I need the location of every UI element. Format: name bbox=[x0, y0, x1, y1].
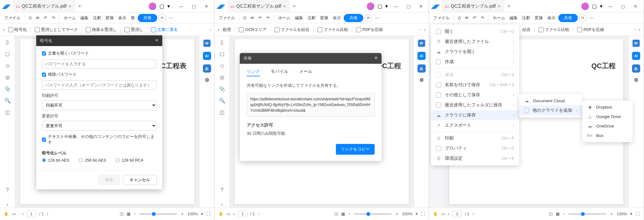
add-tab-button[interactable]: ＋ bbox=[75, 3, 84, 9]
page-number[interactable]: 1 bbox=[456, 211, 458, 216]
hand-tool-icon[interactable]: ✋ bbox=[433, 211, 438, 216]
close-window-button[interactable]: ✕ bbox=[631, 4, 640, 9]
fit-width-icon[interactable]: ◫ bbox=[120, 211, 124, 216]
print-icon[interactable]: ⎙ bbox=[242, 15, 248, 20]
encrypt-cancel-button[interactable]: キャンセル bbox=[123, 175, 157, 185]
ocr-area-button[interactable]: OCRエリア bbox=[237, 27, 268, 33]
maximize-button[interactable]: ▢ bbox=[404, 4, 413, 9]
encrypt-save-button[interactable]: 保存 bbox=[98, 175, 120, 185]
mail-icon[interactable]: ✉ bbox=[463, 15, 470, 20]
zoom-in-icon[interactable]: ＋ bbox=[180, 211, 184, 217]
properties-icon[interactable]: ◫ bbox=[220, 109, 224, 115]
enc-256aes-radio[interactable] bbox=[79, 158, 83, 162]
compare-button[interactable]: ファイル比較 bbox=[315, 27, 350, 33]
zoom-slider[interactable] bbox=[354, 213, 392, 215]
fit-page-icon[interactable]: ▦ bbox=[127, 211, 130, 216]
stamp-icon[interactable]: ◎ bbox=[5, 74, 10, 80]
page-number[interactable]: 1 bbox=[30, 211, 32, 216]
chevron-right-icon[interactable]: › bbox=[210, 27, 211, 32]
menu-dropbox[interactable]: ◆Dropbox bbox=[582, 102, 633, 112]
redo-icon[interactable]: ↷ bbox=[265, 15, 271, 20]
hand-tool-icon[interactable]: ✋ bbox=[218, 211, 223, 216]
menu-cloud-open[interactable]: ☁クラウドを開く› bbox=[431, 47, 519, 57]
menu-open[interactable]: 開くCtrl + O bbox=[431, 27, 519, 37]
menu-create[interactable]: 作成› bbox=[431, 57, 519, 67]
print-perm-select[interactable]: 印刷不可 bbox=[42, 100, 157, 110]
select-tool-icon[interactable]: ▭ bbox=[227, 211, 230, 216]
close-tab-icon[interactable]: ✕ bbox=[68, 4, 72, 9]
compress-button[interactable]: PDFを圧縮 bbox=[354, 27, 385, 33]
minimize-button[interactable]: — bbox=[176, 4, 186, 9]
translate-badge[interactable]: あ bbox=[417, 64, 426, 73]
settings-icon[interactable]: ⚙ bbox=[419, 77, 424, 83]
zoom-slider[interactable] bbox=[139, 213, 177, 215]
menu-save-other[interactable]: その他として保存› bbox=[431, 90, 519, 100]
dialog-close-icon[interactable]: ✕ bbox=[374, 56, 378, 61]
bookmarks-icon[interactable]: ▢ bbox=[220, 51, 224, 57]
avatar[interactable] bbox=[367, 3, 374, 10]
chevron-left-icon[interactable]: ‹ bbox=[3, 27, 4, 32]
menu-convert[interactable]: 変換 bbox=[104, 15, 115, 21]
select-tool-icon[interactable]: ▭ bbox=[441, 211, 445, 216]
cloud-sync-icon[interactable]: ⟳ bbox=[158, 14, 166, 22]
menu-edit[interactable]: 編集 bbox=[508, 15, 519, 21]
ai-badge[interactable]: AI bbox=[203, 52, 211, 60]
fit-width-icon[interactable]: ◫ bbox=[549, 211, 553, 216]
redo-icon[interactable]: ↷ bbox=[50, 15, 57, 20]
enc-128rc4-radio[interactable] bbox=[116, 158, 120, 162]
zoom-out-icon[interactable]: − bbox=[563, 211, 565, 216]
print-icon[interactable]: ⎙ bbox=[457, 15, 462, 20]
document-tab[interactable]: ▭ QC工程表サンプル.pdf ✕ bbox=[442, 0, 504, 13]
search-icon[interactable]: 🔍 bbox=[4, 98, 11, 104]
menu-edit[interactable]: 編集 bbox=[79, 15, 90, 21]
menu-home[interactable]: ホーム bbox=[491, 15, 507, 21]
dialog-close-icon[interactable]: ✕ bbox=[155, 38, 158, 44]
page-next-icon[interactable]: › bbox=[47, 211, 48, 216]
search-icon[interactable]: 🔍 bbox=[219, 98, 225, 104]
attachments-icon[interactable]: 📎 bbox=[219, 86, 225, 92]
maximize-button[interactable]: ▢ bbox=[189, 4, 198, 9]
tab-mail[interactable]: メール bbox=[299, 69, 312, 76]
pages-icon[interactable]: ▯ bbox=[6, 39, 9, 45]
page-prev-icon[interactable]: ‹ bbox=[22, 211, 24, 216]
redact-mark-button[interactable]: 墨消しとしてマーク bbox=[33, 27, 80, 33]
menu-home[interactable]: ホーム bbox=[62, 15, 78, 21]
search-redact-button[interactable]: 検索＆墨消し bbox=[84, 27, 118, 33]
more-icon[interactable]: ⋯ bbox=[373, 15, 381, 20]
properties-icon[interactable]: ◫ bbox=[5, 109, 10, 115]
menu-annotate[interactable]: 注釈 bbox=[306, 15, 317, 21]
menu-recent-files[interactable]: ⏱最近使用したファイル› bbox=[431, 37, 519, 47]
menu-display[interactable]: 表示 bbox=[331, 15, 342, 21]
fit-page-icon[interactable]: ▦ bbox=[341, 211, 345, 216]
redact-button[interactable]: 墨消し bbox=[123, 27, 145, 33]
cloud-sync-icon[interactable]: ⟳ bbox=[365, 14, 372, 22]
enc-128aes-radio[interactable] bbox=[42, 158, 46, 162]
perm-password-checkbox[interactable] bbox=[42, 73, 46, 77]
compress-button[interactable]: PDFを圧縮 bbox=[575, 27, 606, 33]
document-tab[interactable]: ▭ QC工程表サンプル.pdf ✕ bbox=[227, 0, 290, 13]
undo-icon[interactable]: ↶ bbox=[42, 15, 49, 20]
chevron-down-icon[interactable]: ▾ bbox=[600, 3, 602, 9]
menu-convert[interactable]: 変換 bbox=[319, 15, 330, 21]
chevron-down-icon[interactable]: ▾ bbox=[167, 3, 170, 9]
minimize-button[interactable]: — bbox=[391, 4, 400, 9]
chevron-right-icon[interactable]: › bbox=[639, 27, 640, 32]
maximize-button[interactable]: ▢ bbox=[618, 4, 628, 9]
menu-cloud-save[interactable]: ☁クラウドに保存› bbox=[431, 110, 519, 120]
copy-link-button[interactable]: リンクをコピー bbox=[336, 144, 375, 155]
settings-icon[interactable]: ⚙ bbox=[205, 77, 209, 83]
perm-password-input[interactable] bbox=[42, 80, 157, 90]
menu-display[interactable]: 表示 bbox=[117, 15, 128, 21]
translate-badge[interactable]: あ bbox=[632, 64, 640, 73]
menu-file[interactable]: ファイル bbox=[217, 15, 237, 21]
avatar[interactable] bbox=[581, 3, 589, 10]
add-tab-button[interactable]: ＋ bbox=[504, 3, 514, 9]
menu-preferences[interactable]: ☰環境設定Ctrl + K bbox=[431, 153, 519, 164]
tab-link[interactable]: リンク bbox=[247, 69, 260, 76]
more-icon[interactable]: ⋯ bbox=[588, 15, 595, 20]
feedback-icon[interactable]: ▢ bbox=[592, 3, 597, 9]
ai-badge[interactable]: AI bbox=[417, 52, 426, 60]
feedback-icon[interactable]: ▢ bbox=[377, 3, 382, 9]
fullscreen-icon[interactable]: ⛶ bbox=[635, 211, 640, 216]
combine-button[interactable]: 結合 bbox=[520, 27, 532, 33]
